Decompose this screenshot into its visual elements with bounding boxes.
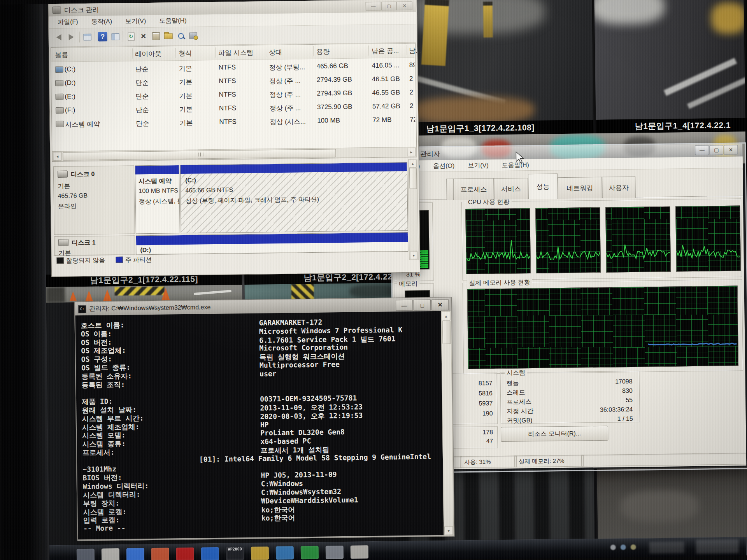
minimize-button[interactable]: — xyxy=(695,145,709,155)
console-pane-icon[interactable] xyxy=(110,32,120,42)
volume-status: 정상 (주 ... xyxy=(270,103,301,113)
memory-history-title: 실제 메모리 사용 현황 xyxy=(467,278,532,287)
memory-meter-title: 메모리 xyxy=(397,280,419,289)
resource-monitor-button[interactable]: 리소스 모니터(R)... xyxy=(501,426,608,442)
back-icon[interactable] xyxy=(54,32,64,42)
partition-system-reserved[interactable]: 시스템 예약 100 MB NTFS 정상 (시스템, 활성 xyxy=(135,165,180,234)
taskbar-icon-3[interactable] xyxy=(126,548,144,560)
volume-capacity: 2794.39 GB xyxy=(317,89,352,98)
column-header[interactable]: 파일 시스템 xyxy=(218,48,253,58)
menu-item[interactable]: 동작(A) xyxy=(84,16,119,28)
tab-네트워킹[interactable]: 네트워킹 xyxy=(558,177,602,199)
column-separator[interactable] xyxy=(266,47,266,57)
tray-icon[interactable] xyxy=(621,544,626,550)
properties-icon[interactable] xyxy=(151,31,161,41)
vertical-scrollbar[interactable]: ▴ ▾ xyxy=(408,159,419,260)
physical-memory-value: 8157 xyxy=(449,380,493,387)
system-row-value: 1 / 15 xyxy=(617,415,633,424)
tab-서비스[interactable]: 서비스 xyxy=(494,178,528,200)
column-header[interactable]: 용량 xyxy=(316,47,330,56)
search-icon[interactable] xyxy=(175,31,186,41)
delete-icon[interactable]: × xyxy=(138,31,148,41)
scroll-left-arrow[interactable]: ◂ xyxy=(53,152,61,161)
minimize-button[interactable]: — xyxy=(396,300,413,311)
column-separator[interactable] xyxy=(215,47,216,58)
help-icon[interactable]: ? xyxy=(98,32,107,41)
column-separator[interactable] xyxy=(175,48,176,58)
taskbar-icon-11[interactable] xyxy=(326,546,344,559)
partition-c-drive[interactable]: (C:) 465.66 GB NTFS 정상 (부팅, 페이지 파일, 크래시 … xyxy=(180,162,408,233)
column-header[interactable]: 남... xyxy=(409,46,421,55)
menu-item[interactable]: 도움말(H) xyxy=(153,15,193,27)
system-row-label: 핸들 xyxy=(507,379,519,387)
column-header[interactable]: 상태 xyxy=(269,48,282,57)
column-separator[interactable] xyxy=(313,46,314,56)
system-row-label: 프로세스 xyxy=(507,398,531,406)
cctv-blob xyxy=(350,284,396,298)
camera-name: 남1문입구1_3[172.4.22.108] xyxy=(426,122,535,134)
scroll-right-arrow[interactable]: ▸ xyxy=(407,148,416,156)
tab-프로세스[interactable]: 프로세스 xyxy=(453,178,494,200)
forward-icon[interactable] xyxy=(66,32,76,42)
console-value: HP J05, 2013-11-09 xyxy=(261,471,337,480)
taskbar-icon-10[interactable] xyxy=(301,546,319,560)
console-value: C:₩Windows₩system32 xyxy=(261,487,341,497)
tray-language-area[interactable] xyxy=(649,541,684,553)
scroll-down-arrow[interactable]: ▾ xyxy=(444,527,453,535)
cctv-blob xyxy=(621,491,699,523)
refresh-icon[interactable]: ↻ xyxy=(126,31,136,41)
taskbar-icon-6[interactable] xyxy=(201,547,219,560)
minimize-button[interactable]: — xyxy=(366,2,381,10)
column-header[interactable]: 형식 xyxy=(179,49,192,58)
taskbar-icon-8[interactable] xyxy=(251,546,269,560)
clock-area[interactable] xyxy=(696,539,739,554)
menu-item[interactable]: 보기(V) xyxy=(461,159,495,172)
tray-icon[interactable] xyxy=(610,544,616,550)
column-header[interactable]: 볼륨 xyxy=(55,51,68,60)
scroll-up-arrow[interactable]: ▴ xyxy=(442,312,450,320)
taskbar-icon-2[interactable] xyxy=(102,548,119,560)
taskbar-icon-1[interactable] xyxy=(77,549,95,560)
menu-item[interactable]: 보기(V) xyxy=(119,15,153,28)
close-button[interactable]: ✕ xyxy=(397,2,412,10)
column-separator[interactable] xyxy=(368,46,369,56)
close-button[interactable]: ✕ xyxy=(431,299,449,311)
maximize-button[interactable]: □ xyxy=(414,299,431,311)
traffic-cone xyxy=(70,291,77,301)
tab-성능[interactable]: 성능 xyxy=(528,173,558,199)
taskbar-icon-ap2000[interactable]: AP2000 xyxy=(226,547,244,560)
disk0-info-cell[interactable]: 디스크 0 기본 465.76 GB 온라인 xyxy=(53,165,135,235)
close-button[interactable]: ✕ xyxy=(724,145,738,155)
tray-icon[interactable] xyxy=(631,544,636,550)
taskbar-icon-9[interactable] xyxy=(276,546,294,560)
disk1-info-cell[interactable]: 디스크 1 기본 xyxy=(54,235,135,256)
settings-icon[interactable] xyxy=(188,30,198,40)
taskbar-icon-4[interactable] xyxy=(151,548,169,560)
maximize-button[interactable]: ▢ xyxy=(381,2,397,10)
traffic-cone xyxy=(161,288,170,300)
scroll-up-arrow[interactable]: ▴ xyxy=(409,160,417,168)
volume-filesystem: NTFS xyxy=(219,104,237,112)
menu-item[interactable]: 파일(F) xyxy=(51,16,85,28)
scrollbar-thumb[interactable] xyxy=(409,168,417,189)
taskbar-icon-12[interactable] xyxy=(351,545,368,559)
partition-status: 정상 (부팅, 페이지 파일, 크래시 덤프, 주 파티션) xyxy=(186,196,319,205)
volume-free-percent: 2 % xyxy=(410,102,416,110)
disk-name: 디스크 1 xyxy=(72,239,96,247)
tab-사용자[interactable]: 사용자 xyxy=(602,177,636,198)
taskbar-icon-5[interactable] xyxy=(176,548,194,560)
column-header[interactable]: 레이아웃 xyxy=(135,49,161,59)
console-window-icon[interactable] xyxy=(82,32,93,42)
menu-item[interactable]: 옵션(O) xyxy=(426,160,461,172)
maximize-button[interactable]: ▢ xyxy=(709,145,723,155)
disk-icon xyxy=(58,239,68,246)
open-folder-icon[interactable] xyxy=(163,31,173,41)
column-separator[interactable] xyxy=(407,45,407,55)
show-desktop-button[interactable] xyxy=(745,537,747,555)
column-separator[interactable] xyxy=(132,49,133,59)
volume-capacity: 2794.39 GB xyxy=(317,76,352,84)
column-header[interactable]: 남은 공... xyxy=(372,46,399,56)
tab-applications-partial[interactable] xyxy=(446,178,454,200)
scrollbar-thumb[interactable] xyxy=(442,321,451,344)
cctv-striped-post xyxy=(291,284,314,300)
